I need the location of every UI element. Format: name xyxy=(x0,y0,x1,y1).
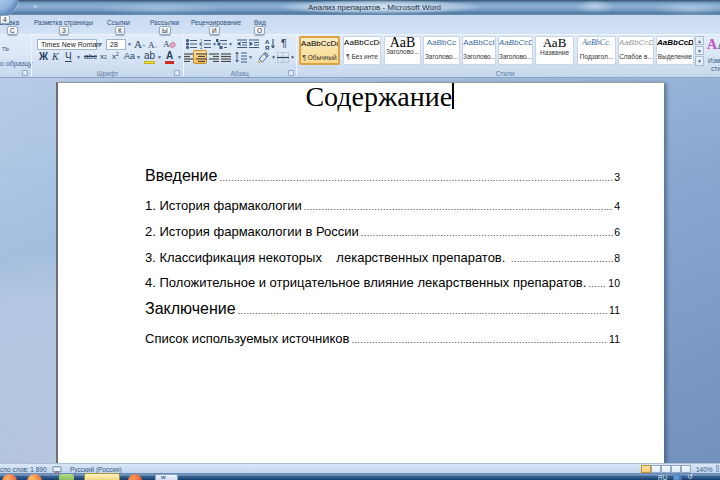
svg-text:Я: Я xyxy=(265,45,269,51)
svg-text:A: A xyxy=(163,39,170,49)
svg-text:1: 1 xyxy=(200,39,203,44)
svg-text:2: 2 xyxy=(200,45,203,49)
